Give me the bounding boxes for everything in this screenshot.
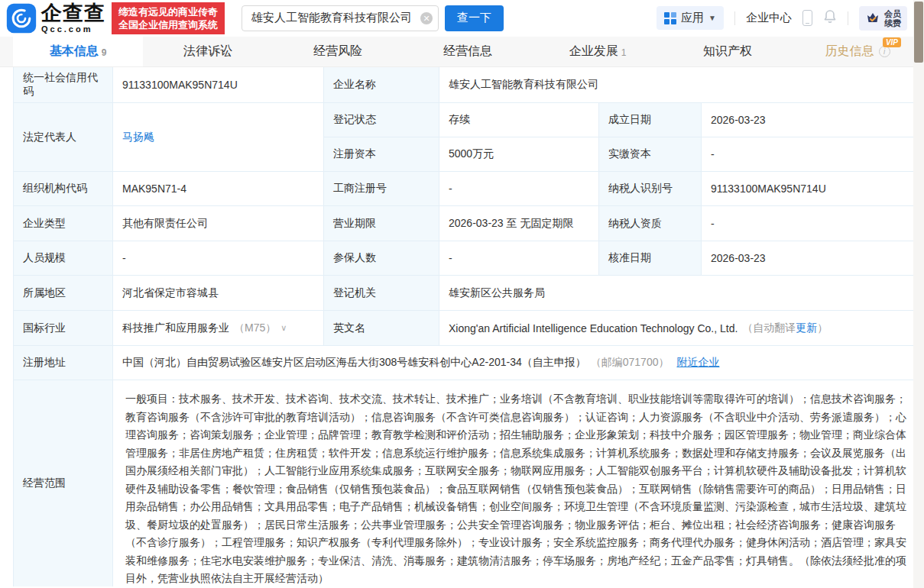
industry-code: （M75） [234, 321, 276, 335]
address-value: 中国（河北）自由贸易试验区雄安片区启动区海岳大街308号雄安科创中心A2-201… [122, 356, 586, 370]
tab-basic-info-label: 基本信息 [50, 44, 99, 60]
biz-reg-no-label: 工商注册号 [324, 172, 439, 205]
tab-basic-info[interactable]: 基本信息 9 [13, 37, 143, 66]
tab-development[interactable]: 企业发展 1 [533, 37, 663, 66]
divider [848, 11, 848, 25]
vip-flag: VIP [883, 37, 901, 47]
nearby-companies-link[interactable]: 附近企业 [676, 356, 719, 370]
biz-scope-label: 经营范围 [14, 380, 113, 586]
table-subrow: 注册资本 5000万元 实缴资本 - [324, 137, 922, 172]
table-row: 注册地址 中国（河北）自由贸易试验区雄安片区启动区海岳大街308号雄安科创中心A… [14, 346, 922, 380]
tab-legal[interactable]: 法律诉讼 [143, 37, 273, 66]
legal-rep-link[interactable]: 马扬飚 [122, 131, 154, 144]
brand-domain: Qcc.com [41, 25, 105, 34]
tab-development-label: 企业发展 [569, 44, 618, 60]
tab-operation[interactable]: 经营信息 [403, 37, 533, 66]
mobile-app-icon[interactable] [802, 10, 812, 26]
taxpayer-qual-value: - [702, 206, 922, 241]
chevron-down-icon: ▼ [708, 14, 716, 22]
org-code-label: 组织机构代码 [14, 172, 113, 205]
address-postcode: （邮编071700） [591, 356, 669, 370]
top-header: 企查查 Qcc.com 缔造有远见的商业传奇 全国企业信用查询系统 ✕ 查一下 … [0, 0, 924, 36]
company-name-label: 企业名称 [324, 67, 439, 102]
row2-right: 登记状态 存续 成立日期 2026-03-23 注册资本 5000万元 实缴资本… [324, 103, 922, 171]
industry-name: 科技推广和应用服务业 [122, 321, 229, 335]
biz-scope-value: 一般项目：技术服务、技术开发、技术咨询、技术交流、技术转让、技术推广；业务培训（… [113, 380, 922, 586]
tab-ip-label: 知识产权 [703, 44, 752, 60]
paid-capital-label: 实缴资本 [599, 137, 702, 172]
table-row: 法定代表人 马扬飚 登记状态 存续 成立日期 2026-03-23 注册资本 5… [14, 103, 922, 172]
slogan-banner: 缔造有远见的商业传奇 全国企业信用查询系统 [112, 2, 225, 34]
region-value: 河北省保定市容城县 [113, 276, 324, 310]
search-input[interactable] [242, 5, 439, 31]
reg-status-value: 存续 [439, 103, 599, 137]
scrollbar[interactable] [913, 0, 924, 588]
reg-capital-label: 注册资本 [324, 137, 439, 172]
approval-date-label: 核准日期 [599, 241, 702, 275]
section-tabbar: 基本信息 9 法律诉讼 经营风险 经营信息 企业发展 1 知识产权 VIP 历史… [0, 37, 924, 67]
address-cell: 中国（河北）自由贸易试验区雄安片区启动区海岳大街308号雄安科创中心A2-201… [113, 346, 922, 380]
tab-history-label: 历史信息 [825, 44, 874, 60]
search-button[interactable]: 查一下 [445, 5, 504, 31]
notification-bell-icon[interactable] [823, 9, 837, 27]
auto-translate-note-close: ） [817, 321, 828, 335]
org-code-value: MAK95N71-4 [113, 172, 324, 205]
industry-cell: 科技推广和应用服务业 （M75） ∨ [113, 311, 324, 345]
legal-rep-label: 法定代表人 [14, 103, 113, 171]
table-row: 国标行业 科技推广和应用服务业 （M75） ∨ 英文名 Xiong'an Art… [14, 311, 922, 346]
tab-ip[interactable]: 知识产权 [663, 37, 793, 66]
tab-operation-label: 经营信息 [443, 44, 492, 60]
taxpayer-id-value: 91133100MAK95N714U [702, 172, 922, 205]
header-nav: 应用 ▼ 企业中心 会员 续费 [657, 0, 907, 36]
english-name-label: 英文名 [324, 311, 439, 345]
table-row: 组织机构代码 MAK95N71-4 工商注册号 - 纳税人识别号 9113310… [14, 172, 922, 206]
qcc-logo-icon [6, 3, 37, 34]
chevron-down-icon[interactable]: ∨ [280, 323, 287, 333]
vip-renew-label: 会员 续费 [884, 9, 901, 27]
address-label: 注册地址 [14, 346, 113, 380]
reg-status-label: 登记状态 [324, 103, 439, 137]
credit-code-label: 统一社会信用代码 [14, 67, 113, 102]
vip-badge-icon [865, 11, 880, 26]
apps-menu-button[interactable]: 应用 ▼ [657, 6, 724, 30]
biz-term-value: 2026-03-23 至 无固定期限 [439, 206, 599, 241]
staff-size-label: 人员规模 [14, 241, 113, 275]
search-box: ✕ [242, 5, 439, 31]
reg-capital-value: 5000万元 [439, 137, 599, 172]
brand-name: 企查查 [41, 3, 105, 24]
industry-label: 国标行业 [14, 311, 113, 345]
reg-authority-value: 雄安新区公共服务局 [439, 276, 922, 310]
table-row: 企业类型 其他有限责任公司 营业期限 2026-03-23 至 无固定期限 纳税… [14, 206, 922, 241]
divider [734, 11, 735, 25]
english-name-cell: Xiong'an Artificial Intelligence Educati… [439, 311, 922, 345]
table-row: 所属地区 河北省保定市容城县 登记机关 雄安新区公共服务局 [14, 276, 922, 311]
basic-info-table: 统一社会信用代码 91133100MAK95N714U 企业名称 雄安人工智能教… [13, 67, 922, 586]
insured-label: 参保人数 [324, 241, 439, 275]
region-label: 所属地区 [14, 276, 113, 310]
company-type-label: 企业类型 [14, 206, 113, 241]
taxpayer-qual-label: 纳税人资质 [599, 206, 702, 241]
insured-value: - [439, 241, 599, 275]
brand-text: 企查查 Qcc.com [41, 3, 105, 34]
clear-icon[interactable]: ✕ [420, 12, 433, 24]
info-icon[interactable]: i [879, 46, 890, 57]
paid-capital-value: - [702, 137, 922, 172]
est-date-label: 成立日期 [599, 103, 702, 137]
slogan-line2: 全国企业信用查询系统 [118, 18, 218, 31]
legal-rep-cell: 马扬飚 [113, 103, 324, 171]
apps-label: 应用 [681, 11, 704, 25]
approval-date-value: 2026-03-23 [702, 241, 922, 275]
table-row: 统一社会信用代码 91133100MAK95N714U 企业名称 雄安人工智能教… [14, 67, 922, 103]
tab-history[interactable]: VIP 历史信息 i [793, 37, 922, 66]
est-date-value: 2026-03-23 [702, 103, 922, 137]
tab-risk[interactable]: 经营风险 [273, 37, 403, 66]
tab-basic-info-badge: 9 [102, 47, 107, 58]
translate-update-link[interactable]: 更新 [796, 321, 817, 335]
qcc-logo[interactable]: 企查查 Qcc.com [6, 3, 105, 34]
scrollbar-thumb[interactable] [914, 2, 923, 63]
credit-code-value: 91133100MAK95N714U [113, 67, 324, 102]
company-name-value: 雄安人工智能教育科技有限公司 [439, 67, 922, 102]
vip-renew-button[interactable]: 会员 续费 [859, 6, 907, 31]
tab-legal-label: 法律诉讼 [183, 44, 232, 60]
enterprise-center-link[interactable]: 企业中心 [746, 11, 792, 25]
